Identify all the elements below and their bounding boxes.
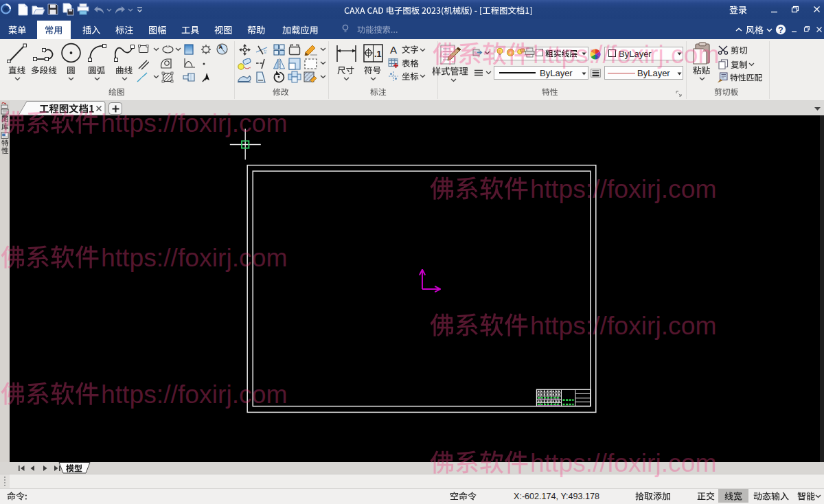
svg-text:A: A bbox=[390, 45, 397, 55]
svg-text:.1: .1 bbox=[374, 49, 381, 59]
svg-text:?: ? bbox=[778, 25, 783, 35]
svg-text:A: A bbox=[219, 44, 223, 50]
